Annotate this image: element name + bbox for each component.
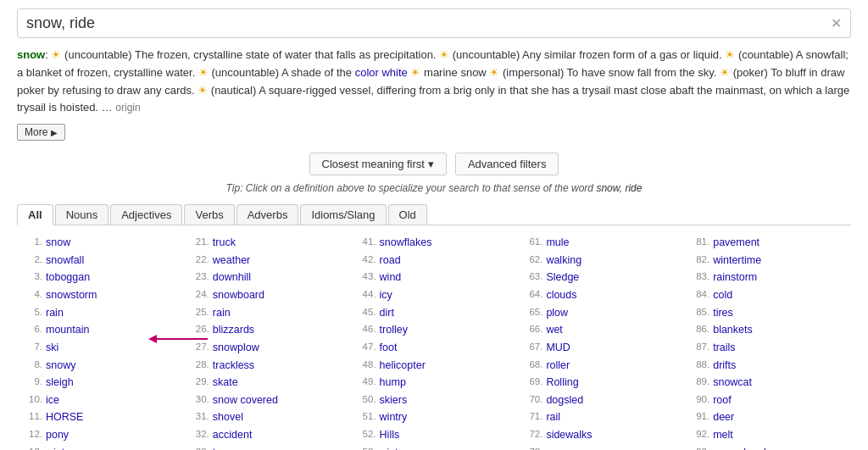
word-link[interactable]: Sledge [546,269,579,286]
tab-all[interactable]: All [17,204,53,225]
word-link[interactable]: moose [546,444,578,450]
tab-adverbs[interactable]: Adverbs [236,204,299,225]
word-link[interactable]: snowplough [713,444,770,450]
word-link[interactable]: rainstorm [713,269,757,286]
word-link[interactable]: blankets [713,321,753,339]
word-number: 93. [691,444,709,450]
advanced-filters-button[interactable]: Advanced filters [455,153,559,175]
word-link[interactable]: downhill [213,269,251,286]
tab-verbs[interactable]: Verbs [184,204,234,225]
tab-nouns[interactable]: Nouns [55,204,109,225]
list-item: 66.wet [524,321,677,339]
word-link[interactable]: deer [713,408,734,426]
word-link[interactable]: rail [546,408,560,426]
word-link[interactable]: dirt [380,304,394,322]
word-link[interactable]: snowflakes [380,234,432,252]
word-link[interactable]: tram [213,444,234,450]
word-link[interactable]: snowfall [46,252,84,269]
word-link[interactable]: road [380,252,401,269]
list-item: 51.wintry [358,408,511,426]
list-item: 33.tram [191,444,344,450]
word-link[interactable]: tires [713,304,733,322]
tab-old[interactable]: Old [388,204,427,225]
list-item: 92.melt [691,426,844,444]
word-link[interactable]: trolley [380,321,408,339]
word-link[interactable]: icy [380,286,392,304]
word-link[interactable]: ski [46,339,58,357]
word-link[interactable]: snowstorm [46,286,97,304]
search-input[interactable] [26,14,831,32]
tabs-row: All Nouns Adjectives Verbs Adverbs Idiom… [17,204,851,225]
word-link[interactable]: wet [546,321,562,339]
word-link[interactable]: sidewalks [546,426,592,444]
def-text-1: (uncountable) The frozen, crystalline st… [64,48,439,61]
word-link[interactable]: snow [46,234,70,252]
word-link[interactable]: winter [46,444,74,450]
word-link[interactable]: dogsled [546,392,583,409]
word-link[interactable]: wintry [380,408,408,426]
list-item: 63.Sledge [524,269,677,286]
word-link[interactable]: trackless [213,357,254,375]
word-number: 87. [691,339,709,357]
word-link[interactable]: walking [546,252,581,269]
list-item: 90.roof [691,392,844,409]
word-link[interactable]: Hills [380,426,400,444]
list-item: 93.snowplough [691,444,844,450]
word-link[interactable]: ice [46,392,59,409]
word-link[interactable]: wintertime [713,252,761,269]
word-link[interactable]: drifts [713,357,736,375]
closest-meaning-button[interactable]: Closest meaning first ▾ [309,153,447,175]
word-number: 63. [524,269,542,286]
tab-idioms[interactable]: Idioms/Slang [300,204,386,225]
origin-link[interactable]: origin [115,102,140,114]
word-link[interactable]: wind [380,269,402,286]
list-item: 62.walking [524,252,677,269]
word-link[interactable]: toboggan [46,269,90,286]
word-link[interactable]: weather [213,252,250,269]
word-link[interactable]: accident [213,426,253,444]
tab-adjectives[interactable]: Adjectives [110,204,182,225]
word-link[interactable]: skate [213,374,238,392]
word-link[interactable]: helicopter [380,357,426,375]
word-link[interactable]: trails [713,339,735,357]
word-link[interactable]: rain [46,304,64,322]
word-link[interactable]: wintery [380,444,414,450]
word-link[interactable]: skiers [380,392,408,409]
word-number: 66. [524,321,542,339]
word-link[interactable]: mountain [46,321,89,339]
word-link[interactable]: blizzards [213,321,254,339]
word-link[interactable]: truck [213,234,236,252]
word-link[interactable]: MUD [546,339,570,357]
advanced-filters-label: Advanced filters [468,158,547,170]
word-link[interactable]: foot [380,339,398,357]
word-link[interactable]: snowy [46,357,75,375]
word-link[interactable]: roller [546,357,570,375]
search-clear-button[interactable]: ✕ [831,15,842,31]
word-link[interactable]: snowboard [213,286,264,304]
list-item: 10.ice [24,392,177,409]
word-link[interactable]: hump [380,374,406,392]
list-item: 5.rain [24,304,177,322]
word-link[interactable]: sleigh [46,374,74,392]
color-white-link[interactable]: color white [355,66,408,79]
word-link[interactable]: snow covered [213,392,278,409]
word-link[interactable]: roof [713,392,732,409]
word-link[interactable]: pavement [713,234,760,252]
word-link[interactable]: Rolling [546,374,578,392]
word-link[interactable]: clouds [546,286,576,304]
word-link[interactable]: plow [546,304,568,322]
word-link[interactable]: rain [213,304,231,322]
list-item: 41.snowflakes [358,234,511,252]
word-link[interactable]: mule [546,234,569,252]
word-link[interactable]: pony [46,426,69,444]
word-link[interactable]: cold [713,286,732,304]
closest-meaning-label: Closest meaning first [322,158,425,170]
word-link[interactable]: shovel [213,408,243,426]
word-link[interactable]: HORSE [46,408,83,426]
def-text-6: (impersonal) To have snow fall from the … [503,66,720,79]
word-link[interactable]: snowplow [213,339,259,357]
more-button[interactable]: More ▶ [17,124,65,141]
word-link[interactable]: melt [713,426,733,444]
word-number: 91. [691,408,709,426]
word-link[interactable]: snowcat [713,374,752,392]
